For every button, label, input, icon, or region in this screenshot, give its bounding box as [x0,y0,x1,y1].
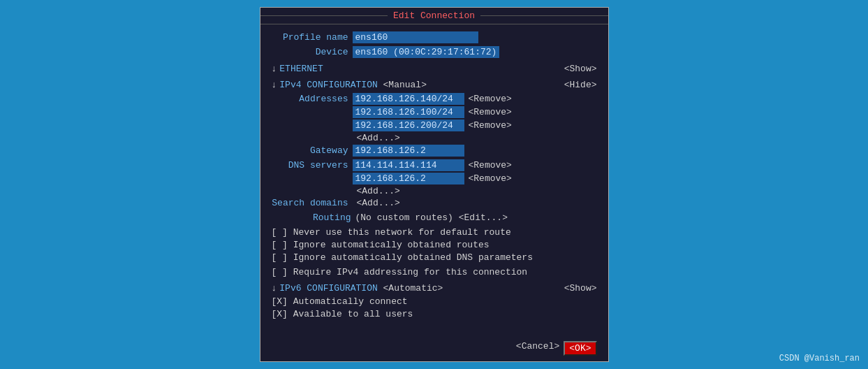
never-default-checkbox[interactable]: [ ] Never use this network for default r… [272,227,511,238]
require-ipv4-row: [ ] Require IPv4 addressing for this con… [272,267,597,277]
address-row-2: 192.168.126.100/24 <Remove> [272,106,597,118]
address-value-1[interactable]: 192.168.126.140/24 [353,93,464,105]
gateway-label: Gateway [272,145,348,156]
ethernet-arrow-icon: ↓ [272,64,277,74]
title-bar: Edit Connection [260,8,608,24]
ok-button[interactable]: <OK> [564,341,596,356]
dns-add-row: <Add...> [272,186,597,196]
address-add-row: <Add...> [272,133,597,143]
profile-name-label: Profile name [272,32,348,43]
auto-connect-checkbox[interactable]: [X] Automatically connect [272,296,408,307]
all-users-row: [X] Available to all users [272,309,597,319]
never-default-row: [ ] Never use this network for default r… [272,227,597,238]
require-ipv4-checkbox[interactable]: [ ] Require IPv4 addressing for this con… [272,267,528,277]
edit-connection-window: Edit Connection Profile name ens160 Devi… [260,7,609,362]
ipv4-label: IPv4 CONFIGURATION [279,80,377,90]
auto-connect-row: [X] Automatically connect [272,296,597,307]
all-users-checkbox[interactable]: [X] Available to all users [272,309,413,319]
remove-address-1-button[interactable]: <Remove> [469,94,512,104]
search-domains-row: Search domains <Add...> [272,198,597,208]
routing-value[interactable]: (No custom routes) <Edit...> [355,212,508,223]
dns-label: DNS servers [272,160,348,171]
cancel-button[interactable]: <Cancel> [516,341,559,356]
dns-row-2: 192.168.126.2 <Remove> [272,173,597,184]
ethernet-label: ETHERNET [279,64,323,74]
address-value-3[interactable]: 192.168.126.200/24 [353,120,464,131]
window-title: Edit Connection [388,10,480,21]
window-content: Profile name ens160 Device ens160 (00:0C… [260,24,608,333]
dns-row-1: DNS servers 114.114.114.114 <Remove> [272,159,597,171]
routing-label: Routing [274,212,351,223]
ipv4-hide-button[interactable]: <Hide> [564,80,597,90]
profile-name-row: Profile name ens160 [272,31,597,43]
profile-name-value[interactable]: ens160 [353,31,478,43]
device-value[interactable]: ens160 (00:0C:29:17:61:72) [353,46,500,58]
ipv6-show-button[interactable]: <Show> [564,283,597,294]
ipv4-section-header: ↓ IPv4 CONFIGURATION <Manual> <Hide> [272,80,597,90]
address-row-1: Addresses 192.168.126.140/24 <Remove> [272,93,597,105]
add-address-button[interactable]: <Add...> [357,133,400,143]
dns-value-1[interactable]: 114.114.114.114 [353,159,464,171]
gateway-value[interactable]: 192.168.126.2 [353,145,464,157]
ethernet-show-button[interactable]: <Show> [564,64,597,74]
bottom-bar: <Cancel> <OK> [260,335,608,361]
remove-dns-2-button[interactable]: <Remove> [469,173,512,184]
addresses-label: Addresses [272,94,348,104]
add-dns-button[interactable]: <Add...> [357,186,400,196]
ipv6-label: IPv6 CONFIGURATION [279,283,377,294]
ipv4-arrow-icon: ↓ [272,80,277,90]
ignore-dns-row: [ ] Ignore automatically obtained DNS pa… [272,252,597,263]
remove-address-3-button[interactable]: <Remove> [469,120,512,131]
ignore-routes-checkbox[interactable]: [ ] Ignore automatically obtained routes [272,240,490,250]
watermark: CSDN @Vanish_ran [779,354,860,363]
remove-dns-1-button[interactable]: <Remove> [469,160,512,171]
device-row: Device ens160 (00:0C:29:17:61:72) [272,46,597,58]
ethernet-section: ↓ ETHERNET <Show> [272,64,597,74]
address-row-3: 192.168.126.200/24 <Remove> [272,120,597,131]
dns-value-2[interactable]: 192.168.126.2 [353,173,464,184]
gateway-row: Gateway 192.168.126.2 [272,145,597,157]
add-search-domain-button[interactable]: <Add...> [357,198,400,208]
ignore-dns-checkbox[interactable]: [ ] Ignore automatically obtained DNS pa… [272,252,533,263]
remove-address-2-button[interactable]: <Remove> [469,107,512,117]
search-domains-label: Search domains [272,198,348,208]
ipv4-mode[interactable]: <Manual> [378,80,427,90]
ipv6-mode[interactable]: <Automatic> [378,283,443,294]
address-value-2[interactable]: 192.168.126.100/24 [353,106,464,118]
ipv6-arrow-icon: ↓ [272,283,277,294]
ipv6-section-header: ↓ IPv6 CONFIGURATION <Automatic> <Show> [272,283,597,294]
routing-row: Routing (No custom routes) <Edit...> [274,212,597,223]
ignore-routes-row: [ ] Ignore automatically obtained routes [272,240,597,250]
device-label: Device [272,47,348,57]
